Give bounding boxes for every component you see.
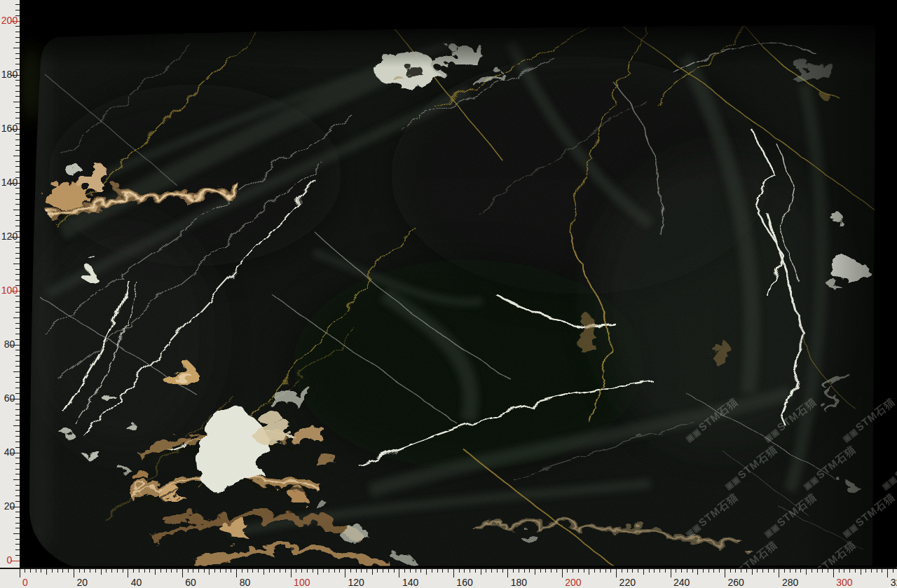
- ruler-tick: [584, 569, 584, 573]
- ruler-tick: [535, 569, 535, 575]
- ruler-tick: [209, 569, 210, 575]
- ruler-label: 160: [0, 123, 19, 134]
- ruler-tick: [15, 549, 20, 550]
- ruler-tick: [111, 569, 112, 573]
- ruler-tick: [453, 569, 454, 577]
- ruler-tick: [893, 569, 893, 573]
- ruler-tick: [36, 569, 36, 573]
- ruler-tick: [15, 269, 20, 270]
- ruler-tick: [15, 199, 20, 200]
- ruler-tick: [68, 569, 69, 573]
- ruler-label: 0: [22, 577, 28, 588]
- ruler-tick: [214, 569, 215, 573]
- ruler-tick: [182, 569, 183, 577]
- ruler-tick: [15, 377, 20, 378]
- ruler-tick: [13, 533, 20, 534]
- ruler-tick: [15, 274, 20, 275]
- ruler-tick: [551, 569, 552, 573]
- ruler-tick: [231, 569, 231, 573]
- ruler-tick: [839, 569, 840, 573]
- ruler-tick: [13, 317, 20, 318]
- ruler-tick: [133, 569, 134, 573]
- ruler-tick: [529, 569, 530, 573]
- ruler-tick: [15, 544, 20, 545]
- ruler-tick: [204, 569, 205, 573]
- ruler-tick: [13, 48, 20, 48]
- ruler-tick: [62, 569, 63, 573]
- ruler-tick: [263, 569, 264, 575]
- ruler-tick: [464, 569, 465, 573]
- ruler-tick: [155, 569, 156, 575]
- ruler-tick: [339, 569, 340, 573]
- ruler-tick: [367, 569, 367, 573]
- ruler-tick: [15, 485, 20, 486]
- ruler-tick: [323, 569, 324, 573]
- ruler-tick: [15, 188, 20, 189]
- ruler-tick: [334, 569, 335, 573]
- ruler-tick: [687, 569, 687, 573]
- ruler-tick: [171, 569, 172, 573]
- ruler-tick: [90, 569, 90, 573]
- bottom-ruler: 0204060801001201401601802002202402602803…: [0, 568, 897, 588]
- left-ruler: 200180160140120100806040200: [0, 0, 20, 588]
- ruler-tick: [15, 328, 20, 329]
- ruler-tick: [188, 569, 189, 573]
- ruler-label: 260: [727, 577, 744, 588]
- ruler-tick: [861, 569, 861, 575]
- ruler-tick: [887, 569, 888, 577]
- ruler-tick: [15, 172, 20, 172]
- ruler-tick: [481, 569, 481, 575]
- ruler-tick: [638, 569, 638, 573]
- ruler-tick: [95, 569, 96, 573]
- ruler-label: 280: [782, 577, 798, 588]
- ruler-tick: [15, 366, 20, 367]
- ruler-tick: [790, 569, 790, 573]
- ruler-tick: [15, 107, 20, 108]
- ruler-label: 120: [348, 577, 364, 588]
- ruler-tick: [671, 569, 671, 577]
- ruler-label: 200: [565, 577, 581, 588]
- ruler-tick: [15, 247, 20, 248]
- ruler-tick: [877, 569, 877, 573]
- ruler-tick: [15, 96, 20, 97]
- ruler-tick: [833, 569, 834, 577]
- ruler-label: 160: [456, 577, 472, 588]
- ruler-tick: [15, 469, 20, 470]
- ruler-tick: [692, 569, 693, 573]
- ruler-tick: [329, 569, 329, 573]
- ruler-tick: [13, 156, 20, 156]
- ruler-tick: [519, 569, 519, 573]
- ruler-label: 180: [511, 577, 527, 588]
- ruler-tick: [497, 569, 498, 573]
- ruler-tick: [659, 569, 660, 573]
- ruler-tick: [735, 569, 736, 573]
- ruler-tick: [15, 539, 20, 540]
- ruler-tick: [52, 569, 53, 573]
- ruler-tick: [15, 528, 20, 528]
- ruler-tick: [15, 312, 20, 313]
- ruler-tick: [768, 569, 769, 573]
- ruler-tick: [806, 569, 807, 575]
- ruler-tick: [226, 569, 226, 573]
- ruler-tick: [567, 569, 568, 573]
- ruler-tick: [242, 569, 242, 573]
- ruler-tick: [15, 134, 20, 135]
- ruler-tick: [15, 495, 20, 496]
- ruler-tick: [15, 215, 20, 216]
- ruler-tick: [166, 569, 167, 573]
- ruler-tick: [708, 569, 709, 573]
- ruler-tick: [15, 91, 20, 92]
- ruler-tick: [676, 569, 676, 573]
- ruler-tick: [15, 307, 20, 308]
- ruler-tick: [25, 569, 25, 573]
- ruler-tick: [605, 569, 606, 573]
- ruler-tick: [383, 569, 383, 573]
- ruler-tick: [15, 523, 20, 524]
- ruler-tick: [193, 569, 193, 573]
- ruler-tick: [13, 102, 20, 102]
- ruler-tick: [15, 42, 20, 43]
- ruler-tick: [502, 569, 503, 573]
- ruler-tick: [15, 53, 20, 54]
- ruler-tick: [15, 242, 20, 242]
- ruler-tick: [15, 118, 20, 118]
